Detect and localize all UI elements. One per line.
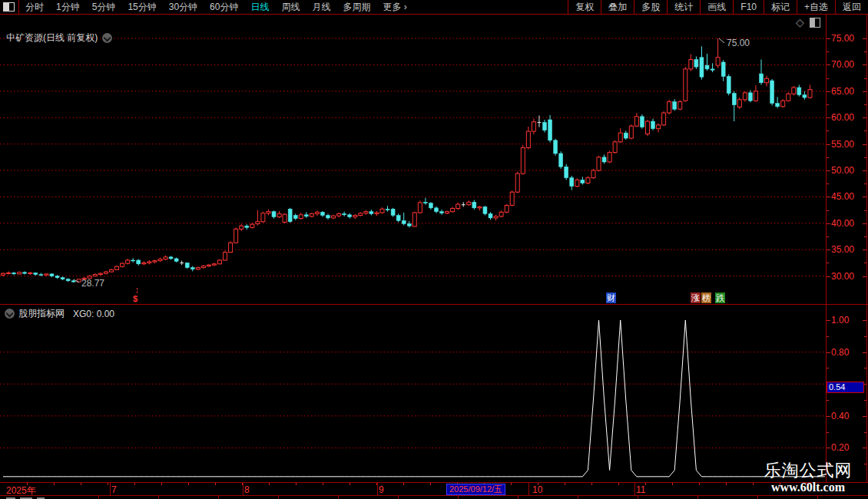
trading-app-window: 分时1分钟5分钟15分钟30分钟60分钟日线周线月线多周期更多 › 复权叠加多股… xyxy=(0,0,868,499)
axis-tick xyxy=(827,400,829,401)
time-tick xyxy=(215,483,216,485)
time-tick xyxy=(672,483,673,485)
toolbar-button-3[interactable]: 统计 xyxy=(667,0,700,14)
time-tick xyxy=(350,483,350,485)
axis-tick xyxy=(827,432,829,433)
price-label: 60.00 xyxy=(831,112,865,123)
indicator-axis-label: 0.80 xyxy=(831,347,865,358)
kline-chart[interactable]: 75.0028.77 xyxy=(0,15,826,304)
dividend-marker-stem xyxy=(137,288,137,293)
axis-tick xyxy=(864,400,866,401)
axis-tick xyxy=(827,416,830,417)
period-tab-7[interactable]: 周线 xyxy=(275,1,306,14)
period-tab-6[interactable]: 日线 xyxy=(244,1,275,14)
toolbar-button-7[interactable]: +自选 xyxy=(797,0,835,14)
indicator-panel[interactable]: 股朋指标网 XG0: 0.00 xyxy=(0,305,826,481)
time-tick xyxy=(108,483,108,485)
time-axis[interactable]: 2025年78910112025/09/12/五 xyxy=(0,482,868,496)
link-badge-3[interactable]: 跌 xyxy=(715,292,725,303)
toolbar: 分时1分钟5分钟15分钟30分钟60分钟日线周线月线多周期更多 › 复权叠加多股… xyxy=(0,0,868,15)
price-label: 75.00 xyxy=(831,33,865,44)
axis-tick xyxy=(864,432,866,433)
period-tab-10[interactable]: 更多 › xyxy=(376,1,412,14)
time-label-4: 10 xyxy=(532,484,542,495)
cutoff-tick xyxy=(98,496,99,499)
axis-tick xyxy=(827,320,830,321)
toolbar-button-5[interactable]: F10 xyxy=(733,0,764,14)
month-separator xyxy=(243,483,244,495)
panel-divider[interactable] xyxy=(0,304,868,305)
split-view-icon[interactable] xyxy=(810,18,820,28)
axis-tick xyxy=(864,263,866,263)
period-tab-3[interactable]: 15分钟 xyxy=(121,1,162,14)
candles[interactable] xyxy=(2,38,812,283)
time-tick xyxy=(403,483,404,485)
axis-tick xyxy=(863,38,866,39)
cutoff-tick xyxy=(158,496,159,499)
axis-tick xyxy=(827,144,830,145)
indicator-gridlines xyxy=(0,352,826,448)
price-label: 30.00 xyxy=(831,271,865,282)
chart-corner-icons: ◇ xyxy=(796,17,820,28)
axis-tick xyxy=(827,38,830,39)
period-tab-5[interactable]: 60分钟 xyxy=(204,1,244,14)
period-tab-9[interactable]: 多周期 xyxy=(336,1,376,14)
link-badge-1[interactable]: 涨 xyxy=(691,292,701,303)
price-label: 50.00 xyxy=(831,165,865,176)
toolbar-button-8[interactable]: 返回 xyxy=(835,0,868,14)
period-tab-2[interactable]: 5分钟 xyxy=(86,1,122,14)
bottom-strip xyxy=(0,496,868,499)
price-label: 45.00 xyxy=(831,191,865,202)
indicator-value: XG0: 0.00 xyxy=(73,309,114,319)
link-badge-0[interactable]: 财 xyxy=(606,292,616,303)
chevron-down-icon[interactable] xyxy=(102,33,112,43)
diamond-icon[interactable]: ◇ xyxy=(796,17,804,28)
axis-tick xyxy=(827,51,829,52)
time-label-2: 8 xyxy=(244,484,250,495)
price-label: 55.00 xyxy=(831,139,865,150)
symbol-title-row: 中矿资源(日线 前复权) xyxy=(6,31,112,45)
cutoff-tick xyxy=(757,496,758,499)
axis-tick xyxy=(827,104,829,105)
time-tick xyxy=(134,483,135,485)
period-tab-1[interactable]: 1分钟 xyxy=(50,1,86,14)
month-separator xyxy=(110,483,111,495)
axis-tick xyxy=(863,117,866,118)
watermark-site-name: 乐淘公式网 xyxy=(757,461,859,481)
time-tick xyxy=(269,483,270,485)
indicator-axis-label: 0.40 xyxy=(831,411,865,421)
axis-tick xyxy=(827,250,830,250)
axis-tick xyxy=(827,183,829,184)
dividend-marker[interactable]: $ xyxy=(133,294,137,303)
cutoff-tick xyxy=(578,496,578,499)
toolbar-button-2[interactable]: 多股 xyxy=(634,0,667,14)
toolbar-button-1[interactable]: 叠加 xyxy=(601,0,634,14)
price-annotations: 75.0028.77 xyxy=(74,38,750,289)
chevron-down-icon[interactable] xyxy=(5,309,15,319)
axis-tick xyxy=(827,170,830,171)
watermark-url: www.60lt.com xyxy=(757,481,859,494)
price-label: 65.00 xyxy=(831,86,865,97)
axis-tick xyxy=(827,368,829,368)
period-tab-8[interactable]: 月线 xyxy=(306,1,336,14)
cutoff-tick xyxy=(697,496,698,499)
period-tab-0[interactable]: 分时 xyxy=(19,1,50,14)
indicator-chart[interactable] xyxy=(0,305,826,481)
toolbar-button-4[interactable]: 画线 xyxy=(700,0,733,14)
cutoff-tick xyxy=(458,496,459,499)
cutoff-tick xyxy=(638,496,638,499)
axis-tick xyxy=(863,276,866,277)
axis-tick xyxy=(827,64,830,65)
split-view-icon[interactable] xyxy=(3,2,15,12)
time-label-5: 11 xyxy=(636,484,645,495)
time-tick xyxy=(54,483,55,485)
month-separator xyxy=(377,483,378,495)
toolbar-button-6[interactable]: 标记 xyxy=(764,0,797,14)
toolbar-button-0[interactable]: 复权 xyxy=(568,0,601,14)
period-tab-4[interactable]: 30分钟 xyxy=(163,1,204,14)
link-badge-2[interactable]: 榜 xyxy=(701,292,711,303)
price-label: 40.00 xyxy=(831,218,865,229)
axis-tick xyxy=(864,236,866,237)
time-tick xyxy=(618,483,619,485)
kline-panel[interactable]: 75.0028.77 中矿资源(日线 前复权) xyxy=(0,15,826,304)
